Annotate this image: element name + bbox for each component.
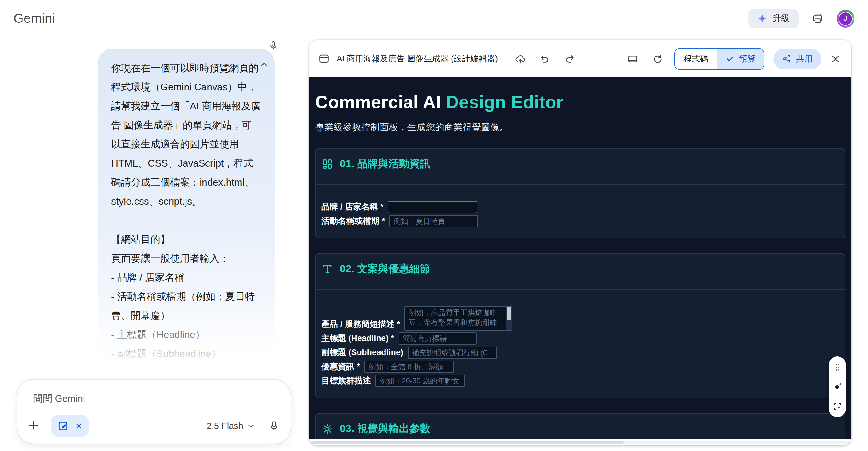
chat-input-box[interactable]: 問問 Gemini 2.5 Flash [17, 379, 291, 444]
top-bar-actions: 升級 J [748, 9, 855, 28]
prompt-text: - 品牌 / 店家名稱 [111, 268, 261, 287]
gemini-logo: Gemini [13, 11, 55, 26]
chat-input-placeholder: 問問 Gemini [33, 393, 85, 405]
redo-icon[interactable] [564, 53, 575, 64]
field-row: 主標題 (Headline) * [321, 332, 839, 345]
scrollbar-track[interactable] [311, 441, 849, 444]
prompt-text: - 產品 / 服務簡短描述 [111, 363, 261, 370]
section-header: 03. 視覺與輸出參數 [316, 414, 845, 439]
canvas-title: AI 商用海報及廣告 圖像生成器 (設計編輯器) [337, 53, 498, 64]
subheadline-label: 副標題 (Subheadline) [321, 347, 403, 359]
preview-pane: Commercial AI Design Editor 專業級參數控制面板，生成… [309, 78, 851, 439]
description-label: 產品 / 服務簡短描述 * [321, 318, 400, 331]
app-root: Gemini 升級 J [0, 0, 868, 451]
upgrade-button[interactable]: 升級 [748, 9, 799, 28]
collapse-prompt-button[interactable] [259, 60, 269, 69]
prompt-text: - 活動名稱或檔期（例如：夏日特賣、開幕慶） [111, 287, 261, 325]
avatar[interactable]: J [837, 9, 855, 27]
cloud-upload-icon[interactable] [515, 53, 526, 64]
composer-toolbar: 2.5 Flash [27, 414, 279, 438]
prompt-text: - 主標題（Headline） [111, 325, 261, 344]
section-card-visual: 03. 視覺與輸出參數 [315, 413, 845, 439]
title-main: Commercial AI [315, 92, 446, 112]
select-tool-icon[interactable] [833, 402, 842, 411]
gear-icon [321, 422, 334, 435]
canvas-toolbar: AI 商用海報及廣告 圖像生成器 (設計編輯器) 程式碼 [309, 40, 851, 78]
textarea-scrollbar-thumb[interactable] [507, 307, 511, 320]
layout-grid-icon [321, 158, 334, 170]
share-icon [782, 54, 791, 63]
toggle-code-button[interactable]: 程式碼 [675, 48, 717, 69]
type-icon [321, 263, 334, 275]
headline-input[interactable] [398, 332, 476, 345]
section-title: 01. 品牌與活動資訊 [340, 157, 430, 171]
preview-app-title: Commercial AI Design Editor [315, 92, 845, 113]
upgrade-label: 升級 [773, 13, 789, 24]
section-body: 品牌 / 店家名稱 * 活動名稱或檔期 * [316, 185, 845, 238]
model-label: 2.5 Flash [207, 421, 243, 431]
section-title: 02. 文案與優惠細節 [340, 262, 430, 276]
chevron-down-icon [248, 422, 254, 429]
model-selector[interactable]: 2.5 Flash [207, 421, 254, 431]
textarea-scrollbar [506, 307, 512, 330]
field-row: 目標族群描述 [321, 375, 839, 387]
campaign-label: 活動名稱或檔期 * [321, 215, 385, 227]
offer-input[interactable] [364, 361, 454, 373]
field-row: 產品 / 服務簡短描述 * [321, 306, 839, 331]
toggle-code-label: 程式碼 [683, 53, 708, 64]
section-card-brand: 01. 品牌與活動資訊 品牌 / 店家名稱 * 活動名稱或檔期 * [315, 148, 845, 238]
user-prompt-bubble: 你現在在一個可以即時預覽網頁的程式環境（Gemini Canvas）中，請幫我建… [98, 49, 275, 370]
canvas-tool-chip[interactable] [51, 415, 89, 437]
canvas-window-icon [318, 53, 330, 64]
section-header: 01. 品牌與活動資訊 [316, 149, 845, 185]
canvas-panel: AI 商用海報及廣告 圖像生成器 (設計編輯器) 程式碼 [309, 40, 851, 446]
field-row: 活動名稱或檔期 * [321, 215, 839, 227]
share-button[interactable]: 共用 [773, 48, 821, 69]
canvas-floating-tools [829, 356, 846, 417]
prompt-text: 【網站目的】 [111, 230, 261, 249]
field-row: 副標題 (Subheadline) [321, 347, 839, 359]
scrollbar-thumb[interactable] [311, 441, 623, 444]
refresh-icon[interactable] [651, 53, 662, 64]
title-accent: Design Editor [446, 92, 563, 112]
top-bar: Gemini 升級 J [0, 0, 868, 37]
section-body: 產品 / 服務簡短描述 * 主標題 (Headline) * [316, 290, 845, 397]
avatar-letter: J [838, 11, 852, 26]
section-card-copy: 02. 文案與優惠細節 產品 / 服務簡短描述 * 主標題 (Headli [315, 253, 845, 398]
toggle-preview-label: 預覽 [739, 53, 755, 64]
read-aloud-mic-icon[interactable] [269, 40, 278, 50]
panel-icon[interactable] [627, 53, 638, 64]
add-attachment-button[interactable] [27, 418, 42, 433]
check-icon [725, 54, 735, 63]
drag-handle-dots-icon[interactable] [833, 363, 842, 372]
code-preview-toggle: 程式碼 預覽 [674, 48, 764, 70]
canvas-tool-icon [57, 420, 69, 432]
composer-mic-button[interactable] [269, 420, 279, 431]
field-row: 優惠資訊 * [321, 361, 839, 373]
printer-icon[interactable] [811, 12, 824, 25]
audience-input[interactable] [375, 375, 465, 387]
prompt-text: - 副標題（Subheadline） [111, 344, 261, 363]
undo-icon[interactable] [539, 53, 550, 64]
remove-canvas-tool-icon[interactable] [75, 422, 83, 430]
chevron-up-icon [259, 60, 269, 69]
upgrade-spark-icon [757, 13, 767, 23]
campaign-input[interactable] [389, 215, 477, 227]
field-row: 品牌 / 店家名稱 * [321, 201, 839, 213]
toggle-preview-button[interactable]: 預覽 [717, 48, 764, 69]
mic-icon [269, 420, 279, 431]
preview-app-subtitle: 專業級參數控制面板，生成您的商業視覺圖像。 [315, 122, 845, 133]
section-title: 03. 視覺與輸出參數 [340, 422, 430, 435]
share-label: 共用 [796, 53, 813, 64]
offer-label: 優惠資訊 * [321, 361, 360, 373]
prompt-text: 頁面要讓一般使用者輸入： [111, 249, 261, 268]
description-textarea[interactable] [404, 306, 513, 331]
audience-label: 目標族群描述 [321, 375, 371, 387]
brand-label: 品牌 / 店家名稱 * [321, 201, 384, 213]
description-textarea-wrap [404, 306, 513, 331]
close-canvas-icon[interactable] [830, 53, 841, 64]
subheadline-input[interactable] [408, 347, 497, 359]
brand-input[interactable] [388, 201, 477, 213]
spark-edit-icon[interactable] [833, 382, 842, 391]
canvas-horizontal-scrollbar [309, 439, 851, 446]
